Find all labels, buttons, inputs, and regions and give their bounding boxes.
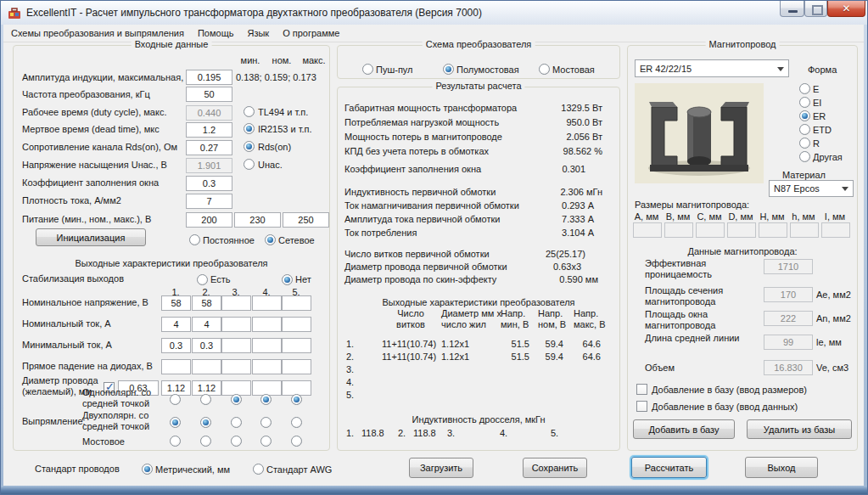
- frequency-field[interactable]: 50: [186, 87, 232, 102]
- rect-radio-r3c1[interactable]: [170, 436, 181, 447]
- out-table-header-umax: Напр. макс, В: [574, 308, 613, 330]
- grid-field[interactable]: 58: [192, 295, 221, 311]
- exit-button[interactable]: Выход: [745, 457, 818, 478]
- remove-from-database-button[interactable]: Удалить из базы: [747, 419, 852, 439]
- shape-e-radio[interactable]: [799, 83, 810, 94]
- grid-field[interactable]: [221, 317, 251, 332]
- load-button[interactable]: Загрузить: [409, 458, 473, 478]
- grid-field[interactable]: [221, 338, 251, 353]
- stabilization-yes-radio[interactable]: [197, 274, 208, 285]
- add-dims-checkbox[interactable]: [636, 384, 647, 395]
- rect-radio-r2c2[interactable]: [200, 417, 211, 428]
- add-to-database-button[interactable]: Добавить в базу: [633, 419, 735, 439]
- maximize-icon: [812, 5, 823, 15]
- shape-r-radio[interactable]: [799, 138, 810, 149]
- rect-radio-r1c4[interactable]: [260, 394, 272, 405]
- grid-field[interactable]: 4: [192, 317, 221, 332]
- grid-field[interactable]: [221, 295, 251, 311]
- grid-field[interactable]: [221, 359, 251, 374]
- grid-field[interactable]: [282, 295, 311, 311]
- induction-field[interactable]: 0.195: [186, 70, 232, 85]
- shape-other-radio[interactable]: [799, 151, 810, 162]
- rect-radio-r3c5[interactable]: [291, 436, 302, 447]
- core-group: Магнитопровод ER 42/22/15 Форма E EI ER …: [627, 45, 858, 451]
- rect-radio-r2c5[interactable]: [291, 417, 302, 428]
- minimize-button[interactable]: [780, 1, 804, 17]
- rect-radio-r1c1[interactable]: [170, 394, 181, 405]
- grid-field[interactable]: 0.3: [192, 338, 221, 353]
- core-type-combobox[interactable]: ER 42/22/15: [635, 59, 789, 77]
- awg-radio[interactable]: [253, 464, 264, 475]
- core-group-title: Магнитопровод: [706, 39, 780, 49]
- bridge-radio[interactable]: [539, 64, 550, 75]
- stabilization-no-radio[interactable]: [282, 274, 293, 285]
- rect-radio-r1c2[interactable]: [200, 394, 211, 405]
- add-data-checkbox[interactable]: [636, 401, 647, 412]
- shape-ei-radio[interactable]: [799, 97, 810, 108]
- grid-field[interactable]: [252, 295, 282, 311]
- title-bar[interactable]: ExcellentIT - Расчет импульсного трансфо…: [1, 1, 867, 25]
- permeability-field: 1710: [764, 259, 813, 274]
- rds-radio-label: Rds(on): [258, 142, 291, 153]
- close-button[interactable]: ✕: [827, 1, 865, 17]
- rect-radio-r3c2[interactable]: [200, 436, 211, 447]
- grid-field[interactable]: [252, 338, 282, 353]
- out-row-turns: 11+11(10.74): [382, 339, 436, 350]
- rect-radio-r1c5[interactable]: [291, 394, 302, 405]
- ir2153-radio[interactable]: [244, 123, 255, 134]
- dead-time-field[interactable]: 1.2: [186, 122, 232, 138]
- shape-label: Форма: [808, 65, 837, 76]
- choke-num: 5.: [551, 428, 558, 439]
- frequency-label: Частота преобразования, кГц: [22, 89, 150, 100]
- add-data-checkbox-label: Добавление в базу (ввод данных): [652, 402, 798, 413]
- grid-field[interactable]: [252, 317, 282, 332]
- core-type-value: ER 42/22/15: [640, 64, 692, 74]
- grid-field[interactable]: [282, 317, 311, 332]
- grid-field[interactable]: 4: [161, 317, 191, 332]
- rect-radio-r3c4[interactable]: [260, 436, 272, 447]
- supply-max-field[interactable]: 250: [283, 212, 329, 228]
- menu-item-language[interactable]: Язык: [240, 25, 276, 41]
- material-combobox[interactable]: N87 Epcos: [769, 180, 854, 197]
- calculate-button[interactable]: Рассчитать: [631, 457, 707, 478]
- rect-radio-r2c3[interactable]: [231, 417, 242, 428]
- save-button[interactable]: Сохранить: [523, 458, 587, 478]
- shape-er-radio[interactable]: [799, 110, 810, 121]
- rect-radio-r1c3[interactable]: [231, 394, 242, 405]
- unas-radio[interactable]: [244, 159, 255, 170]
- section-area-label: Площадь сечения магнитопровода: [645, 285, 755, 307]
- supply-nom-field[interactable]: 230: [234, 212, 281, 228]
- rect-radio-r2c4[interactable]: [260, 417, 272, 428]
- window-fill-field[interactable]: 0.3: [186, 176, 232, 191]
- scheme-group-title: Схема преобразователя: [423, 39, 535, 49]
- initialize-button[interactable]: Инициализация: [36, 228, 146, 246]
- grid-field[interactable]: [161, 359, 191, 374]
- pushpull-radio[interactable]: [362, 64, 373, 75]
- current-density-field[interactable]: 7: [186, 194, 232, 209]
- shape-etd-radio[interactable]: [799, 124, 810, 135]
- menu-item-about[interactable]: О программе: [276, 25, 346, 41]
- results-group-title: Результаты расчета: [432, 81, 524, 91]
- grid-field[interactable]: 0.3: [161, 338, 191, 353]
- dc-supply-radio[interactable]: [189, 234, 200, 245]
- grid-field[interactable]: [252, 359, 282, 374]
- ac-supply-radio[interactable]: [265, 234, 276, 245]
- grid-field[interactable]: 58: [161, 295, 191, 311]
- grid-field[interactable]: [282, 359, 311, 374]
- tl494-radio[interactable]: [244, 106, 255, 117]
- supply-label: Питание (мин., ном., макс.), В: [22, 214, 151, 225]
- chevron-down-icon: [777, 67, 784, 71]
- rds-radio[interactable]: [244, 141, 255, 152]
- induction-label: Амплитуда индукции, максимальная, Т: [22, 72, 192, 83]
- rds-field[interactable]: 0.27: [186, 140, 232, 155]
- rect-radio-r2c1[interactable]: [170, 417, 181, 428]
- grid-field[interactable]: [192, 359, 221, 374]
- metric-radio[interactable]: [142, 464, 153, 475]
- supply-min-field[interactable]: 200: [186, 212, 232, 228]
- out-row-wire: 1.12x1: [441, 339, 469, 350]
- grid-field[interactable]: [282, 338, 311, 353]
- dim-a-field: [633, 222, 662, 238]
- rect-radio-r3c3[interactable]: [231, 436, 242, 447]
- maximize-button[interactable]: [804, 1, 827, 17]
- halfbridge-radio[interactable]: [443, 64, 454, 75]
